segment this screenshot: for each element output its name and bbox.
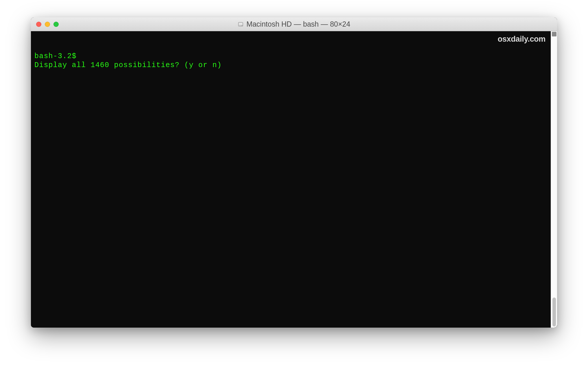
window-title-container: Macintosh HD — bash — 80×24 (238, 20, 350, 28)
terminal-prompt-line: bash-3.2$ (34, 52, 547, 61)
terminal-content[interactable]: bash-3.2$ Display all 1460 possibilities… (31, 31, 551, 328)
svg-point-2 (242, 25, 242, 26)
terminal-body[interactable]: bash-3.2$ Display all 1460 possibilities… (31, 31, 557, 328)
svg-rect-1 (239, 23, 242, 25)
scrollbar-track[interactable] (551, 31, 557, 328)
terminal-window: Macintosh HD — bash — 80×24 bash-3.2$ Di… (31, 17, 557, 328)
minimize-button[interactable] (45, 22, 50, 27)
close-button[interactable] (36, 22, 41, 27)
scrollbar-thumb[interactable] (552, 298, 556, 326)
watermark-text: osxdaily.com (498, 35, 546, 44)
traffic-lights (36, 22, 59, 27)
scrollbar-up-button[interactable] (552, 32, 556, 36)
window-title: Macintosh HD — bash — 80×24 (246, 20, 350, 28)
zoom-button[interactable] (53, 22, 59, 27)
title-bar[interactable]: Macintosh HD — bash — 80×24 (31, 17, 557, 31)
terminal-output-line: Display all 1460 possibilities? (y or n) (34, 61, 547, 70)
disk-icon (238, 21, 243, 27)
